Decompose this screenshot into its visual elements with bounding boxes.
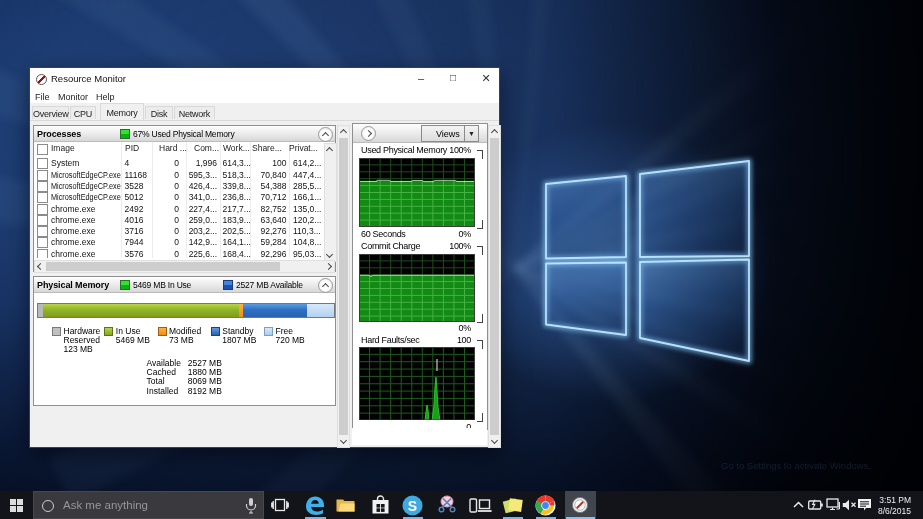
svg-text:S: S xyxy=(408,498,417,514)
svg-text:Go to Settings to activate Win: Go to Settings to activate Windows. xyxy=(721,460,871,471)
